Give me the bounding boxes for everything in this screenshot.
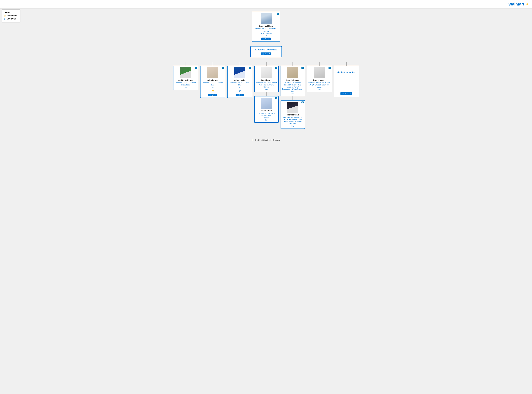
twitter-donna[interactable]: Twitter	[308, 87, 330, 88]
exec-committee-wrapper: Executive Committee 👥 46 👤 8	[250, 46, 282, 57]
bio-john[interactable]: Bio	[202, 87, 224, 88]
line-suresh	[293, 62, 293, 66]
count-john: 👥 17 👤	[208, 94, 217, 96]
exec-count-bar: 👥 46 👤 8	[261, 52, 271, 55]
people-icon-john: 👥	[209, 94, 211, 96]
header: Walmart ✦	[0, 0, 532, 9]
title-dan: Executive Vice President, Corporate Affa…	[256, 112, 277, 116]
exec-count2: 8	[269, 53, 270, 55]
person-card-kathryn: in Kathryn McLay President and CEO, Sam'…	[227, 66, 253, 98]
people-icon-senior: 👥	[342, 93, 344, 94]
chart-container: in Doug McMillon President and CEO, Walm…	[0, 9, 532, 132]
bio-judith[interactable]: Bio	[175, 87, 197, 88]
bio-suresh[interactable]: Bio	[282, 93, 303, 94]
walmart-spark-icon: ✦	[525, 2, 529, 7]
name-rachel: Rachel Brand	[282, 114, 303, 116]
count-senior-1: 16	[344, 93, 346, 94]
line-kathryn	[240, 62, 240, 66]
photo-john	[207, 67, 218, 78]
link-bio-root[interactable]: Bio	[253, 35, 279, 36]
linkedin-dan[interactable]: in	[275, 97, 277, 99]
photo-dan	[261, 98, 272, 109]
linkedin-donna[interactable]: in	[328, 67, 331, 69]
person-title-root: President and CEO, Walmart Inc.	[253, 28, 279, 30]
linkedin-badge-root[interactable]: in	[277, 13, 279, 15]
count-kathryn-num: 5	[239, 94, 240, 96]
org-tree: in Doug McMillon President and CEO, Walm…	[3, 12, 529, 129]
twitter-dan[interactable]: Twitter	[256, 117, 277, 119]
person-photo-root	[261, 13, 272, 24]
bio-donna[interactable]: Bio	[308, 89, 330, 90]
name-john: John Furner	[202, 79, 224, 81]
linkedin-suresh[interactable]: in	[301, 67, 304, 69]
sub-col-brett: in Brett Biggs Executive Vice President …	[254, 66, 279, 123]
bio-brett[interactable]: Bio	[256, 89, 277, 90]
name-brett: Brett Biggs	[256, 79, 277, 81]
person-card-root: in Doug McMillon President and CEO, Walm…	[252, 12, 280, 42]
layers-badge-kathryn: ◈	[229, 89, 251, 92]
root-node: in Doug McMillon President and CEO, Walm…	[252, 12, 280, 42]
col-john: in John Furner President and CEO, Walmar…	[200, 62, 225, 129]
person-icon-exec: 👤	[267, 53, 269, 55]
person-card-rachel: in Rachel Brand Executive Vice President…	[280, 100, 305, 129]
photo-suresh	[287, 67, 298, 78]
bio-kathryn[interactable]: Bio	[229, 87, 251, 88]
walmart-logo: Walmart ✦	[508, 2, 529, 7]
title-donna: Executive Vice President, Chief People O…	[308, 82, 330, 86]
title-suresh: Executive Vice President, Global Chief T…	[282, 82, 303, 92]
person-card-donna: in Donna Morris Executive Vice President…	[307, 66, 332, 92]
count-bar-root: 👥 46 👤	[261, 37, 271, 40]
linkedin-judith[interactable]: in	[195, 67, 197, 69]
link-facebook[interactable]: Facebook	[253, 31, 279, 32]
footer: ⊞ Org Chart Created in Organimi	[0, 135, 532, 145]
linkedin-kathryn[interactable]: in	[249, 67, 251, 69]
person-card-suresh: in Suresh Kumar Executive Vice President…	[280, 66, 305, 96]
connector-exec-children	[266, 57, 266, 62]
count-senior-2: 16	[349, 93, 351, 94]
count-senior: 👥 16 👤 16	[340, 92, 352, 95]
person-card-john: in John Furner President and CEO, Walmar…	[200, 66, 225, 98]
subcol-brett-main: in Brett Biggs Executive Vice President …	[254, 66, 279, 123]
line-john	[213, 62, 213, 66]
col-donna: in Donna Morris Executive Vice President…	[307, 62, 332, 129]
person-card-dan: in Dan Bartlett Executive Vice President…	[254, 96, 279, 123]
col-kathryn: in Kathryn McLay President and CEO, Sam'…	[227, 62, 253, 129]
exec-committee-card: Executive Committee 👥 46 👤 8	[250, 46, 282, 57]
photo-rachel	[287, 102, 298, 113]
line-senior	[346, 62, 347, 66]
children-row: in Judith McKenna President and CEO, Wal…	[3, 62, 529, 129]
children-container: in Judith McKenna President and CEO, Wal…	[3, 62, 529, 129]
senior-leadership-card: Senior Leadership 👥 16 👤 16	[334, 66, 359, 97]
people-icon-exec: 👥	[262, 53, 264, 55]
linkedin-rachel[interactable]: in	[301, 102, 304, 103]
bio-dan[interactable]: Bio	[256, 119, 277, 121]
line-donna	[319, 62, 320, 66]
count-root: 46	[265, 38, 267, 40]
person-icon-john: 👤	[214, 94, 216, 96]
sub-pair-brett: in Brett Biggs Executive Vice President …	[254, 66, 279, 123]
person-icon: 👤	[268, 38, 269, 40]
title-kathryn: President and CEO, Sam's Club	[229, 82, 251, 86]
subcol-suresh-main: in Suresh Kumar Executive Vice President…	[280, 66, 305, 129]
bio-rachel[interactable]: Bio	[282, 125, 303, 127]
linkedin-brett[interactable]: in	[275, 67, 277, 69]
photo-brett	[261, 67, 272, 78]
count-john-num: 17	[212, 94, 214, 96]
sub-col-suresh: in Suresh Kumar Executive Vice President…	[280, 66, 305, 129]
name-suresh: Suresh Kumar	[282, 79, 303, 81]
connector-suresh-rachel	[293, 96, 293, 100]
title-rachel: Executive Vice President of Global Gover…	[282, 116, 303, 124]
people-icon-kathryn: 👥	[237, 94, 239, 96]
person-card-brett: in Brett Biggs Executive Vice President …	[254, 66, 279, 92]
title-judith: President and CEO, Walmart International	[175, 82, 197, 86]
link-earnings[interactable]: Q4 fy22 earnings	[253, 32, 279, 34]
title-brett: Executive Vice President and Chief Finan…	[256, 82, 277, 88]
linkedin-john[interactable]: in	[222, 67, 224, 69]
photo-donna	[314, 67, 325, 78]
person-icon-kathryn: 👤	[241, 94, 243, 96]
line-judith	[185, 62, 186, 66]
exec-count1: 46	[264, 53, 266, 55]
person-card-judith: in Judith McKenna President and CEO, Wal…	[173, 66, 198, 90]
name-judith: Judith McKenna	[175, 79, 197, 81]
line-brett	[266, 62, 267, 66]
